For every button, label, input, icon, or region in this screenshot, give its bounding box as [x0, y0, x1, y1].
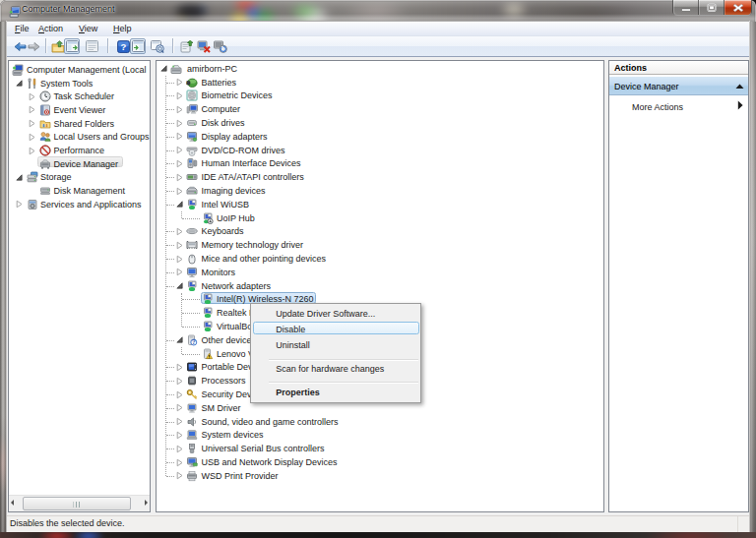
svg-text:?: ? — [120, 41, 126, 52]
svg-text:?: ? — [192, 338, 196, 345]
